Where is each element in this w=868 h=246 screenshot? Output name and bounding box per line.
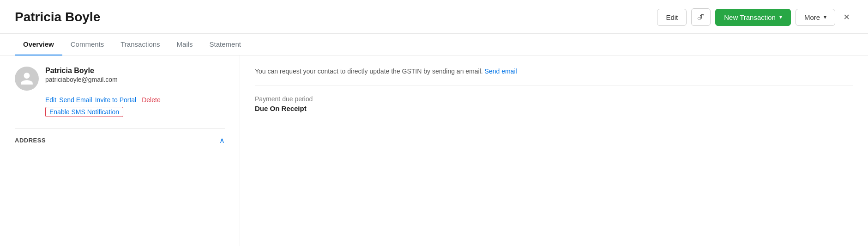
delete-link[interactable]: Delete [142, 96, 160, 104]
attachment-button[interactable]: 🖇 [691, 8, 711, 26]
page-title: Patricia Boyle [15, 10, 100, 25]
edit-contact-link[interactable]: Edit [45, 96, 56, 104]
avatar [15, 67, 39, 91]
gstin-send-email-link[interactable]: Send email [485, 68, 517, 75]
tabs-bar: Overview Comments Transactions Mails Sta… [0, 34, 868, 55]
enable-sms-button[interactable]: Enable SMS Notification [45, 107, 123, 117]
gstin-notice-text: You can request your contact to directly… [255, 68, 483, 75]
new-transaction-chevron-icon: ▾ [779, 14, 782, 20]
tab-overview[interactable]: Overview [15, 34, 62, 55]
tab-comments[interactable]: Comments [62, 34, 113, 55]
gstin-notice: You can request your contact to directly… [255, 67, 853, 86]
payment-section: Payment due period Due On Receipt [255, 95, 853, 112]
attachment-icon: 🖇 [697, 13, 705, 21]
tab-transactions[interactable]: Transactions [112, 34, 168, 55]
more-button[interactable]: More ▾ [796, 9, 835, 26]
page-container: Patricia Boyle Edit 🖇 New Transaction ▾ … [0, 0, 868, 246]
tab-mails[interactable]: Mails [169, 34, 201, 55]
edit-button[interactable]: Edit [657, 9, 687, 26]
payment-value: Due On Receipt [255, 105, 853, 112]
address-section-title: ADDRESS [15, 137, 46, 144]
person-icon [19, 71, 34, 86]
more-chevron-icon: ▾ [824, 14, 826, 20]
header: Patricia Boyle Edit 🖇 New Transaction ▾ … [0, 0, 868, 34]
left-panel: Patricia Boyle patriciaboyle@gmail.com E… [0, 55, 240, 246]
main-content: Patricia Boyle patriciaboyle@gmail.com E… [0, 55, 868, 246]
payment-label: Payment due period [255, 95, 853, 103]
address-section-header: ADDRESS ∧ [15, 128, 225, 145]
right-panel: You can request your contact to directly… [240, 55, 868, 246]
close-button[interactable]: × [840, 9, 853, 25]
send-email-link[interactable]: Send Email [59, 96, 92, 104]
contact-email: patriciaboyle@gmail.com [45, 76, 118, 83]
new-transaction-label: New Transaction [724, 13, 776, 21]
contact-info: Patricia Boyle patriciaboyle@gmail.com [45, 67, 118, 83]
contact-actions: Edit Send Email Invite to Portal Delete … [15, 96, 225, 117]
more-label: More [804, 13, 820, 21]
new-transaction-button[interactable]: New Transaction ▾ [715, 9, 791, 26]
tab-statement[interactable]: Statement [201, 34, 249, 55]
invite-to-portal-link[interactable]: Invite to Portal [95, 96, 137, 104]
contact-header: Patricia Boyle patriciaboyle@gmail.com [15, 67, 225, 91]
address-collapse-icon[interactable]: ∧ [219, 136, 225, 145]
contact-name: Patricia Boyle [45, 67, 118, 75]
header-actions: Edit 🖇 New Transaction ▾ More ▾ × [657, 8, 853, 26]
